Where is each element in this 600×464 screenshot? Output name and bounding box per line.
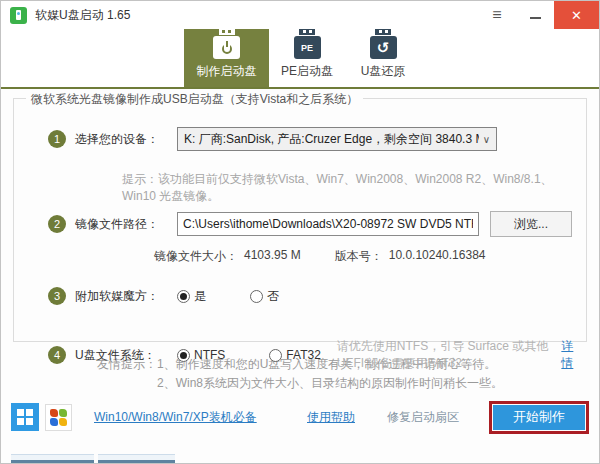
- image-size-value: 4103.95 M: [244, 248, 301, 265]
- step1-label: 选择您的设备：: [75, 131, 177, 148]
- tip-line-2: 2、Win8系统因为文件大小、目录结构的原因制作时间稍长一些。: [157, 374, 599, 393]
- tab-make-boot-disk[interactable]: 制作启动盘: [184, 29, 269, 87]
- filesystem-note: 请优先使用NTFS，引导 Surface 或其他 UEFI 设备需要用FAT32…: [337, 338, 552, 372]
- background-window-stub: [98, 454, 175, 463]
- step3-row: 3 附加软媒魔方： 是 否: [48, 287, 576, 305]
- version-value: 10.0.10240.16384: [389, 248, 486, 265]
- tab-label: 制作启动盘: [197, 63, 257, 80]
- form-legend: 微软系统光盘镜像制作成USB启动盘（支持Vista和之后系统）: [26, 91, 363, 108]
- background-window-stub: [11, 454, 94, 463]
- step4-row: 4 U盘文件系统： NTFS FAT32 请优先使用NTFS，引导 Surfac…: [48, 338, 576, 372]
- essentials-link[interactable]: Win10/Win8/Win7/XP装机必备: [94, 409, 257, 426]
- version-label: 版本号：: [335, 248, 383, 265]
- pe-badge: PE: [301, 43, 313, 53]
- tab-label: PE启动盘: [281, 63, 333, 80]
- tab-strip: 制作启动盘 PE PE启动盘 ↺ U盘还原: [1, 29, 599, 89]
- close-button[interactable]: ✕: [554, 1, 599, 29]
- tab-label: U盘还原: [361, 63, 406, 80]
- app-logo-icon: [10, 7, 27, 24]
- restore-arrow-icon: ↺: [377, 40, 390, 55]
- image-size-label: 镜像文件大小：: [154, 248, 238, 265]
- step4-number-badge: 4: [48, 346, 66, 364]
- attach-mofang-no-radio[interactable]: 否: [250, 288, 279, 305]
- repair-boot-sector-link[interactable]: 修复启动扇区: [387, 409, 459, 426]
- usb-power-icon: [213, 27, 240, 59]
- tab-usb-restore[interactable]: ↺ U盘还原: [345, 29, 421, 87]
- step4-label: U盘文件系统：: [75, 347, 177, 364]
- radio-label: NTFS: [194, 348, 225, 362]
- minimize-button[interactable]: [516, 1, 554, 29]
- radio-checked-icon: [177, 349, 190, 362]
- step1-row: 1 选择您的设备： K: 厂商:SanDisk, 产品:Cruzer Edge，…: [48, 127, 576, 151]
- image-path-input[interactable]: [177, 212, 479, 236]
- filesystem-fat32-radio[interactable]: FAT32: [269, 348, 320, 362]
- power-icon: [222, 44, 232, 54]
- radio-unchecked-icon: [269, 349, 282, 362]
- filesystem-ntfs-radio[interactable]: NTFS: [177, 348, 225, 362]
- title-bar: 软媒U盘启动 1.65 ≡ ✕: [1, 1, 599, 29]
- app-window: 软媒U盘启动 1.65 ≡ ✕ 制作启动盘 PE PE启动盘 ↺: [0, 0, 600, 464]
- details-link[interactable]: 详情: [561, 338, 576, 372]
- attach-mofang-yes-radio[interactable]: 是: [177, 288, 206, 305]
- radio-label: 是: [194, 288, 206, 305]
- window-controls: ≡ ✕: [478, 1, 599, 29]
- window-title: 软媒U盘启动 1.65: [35, 7, 130, 24]
- start-create-button[interactable]: 开始制作: [493, 405, 585, 430]
- step2-label: 镜像文件路径：: [75, 216, 177, 233]
- step3-number-badge: 3: [48, 287, 66, 305]
- usb-restore-icon: ↺: [370, 27, 397, 59]
- main-form-group: 微软系统光盘镜像制作成USB启动盘（支持Vista和之后系统） 1 选择您的设备…: [13, 98, 587, 342]
- radio-unchecked-icon: [250, 290, 263, 303]
- help-link[interactable]: 使用帮助: [307, 409, 355, 426]
- step2-number-badge: 2: [48, 215, 66, 233]
- start-button-highlight-annotation: 开始制作: [489, 401, 589, 434]
- image-info-row: 镜像文件大小： 4103.95 M 版本号： 10.0.10240.16384: [154, 248, 576, 265]
- windows-xp-logo-icon[interactable]: [45, 404, 72, 431]
- browse-button[interactable]: 浏览...: [490, 211, 572, 237]
- radio-label: FAT32: [286, 348, 320, 362]
- usb-pe-icon: PE: [294, 27, 321, 59]
- windows8-logo-icon[interactable]: [11, 403, 39, 431]
- step3-label: 附加软媒魔方：: [75, 288, 177, 305]
- radio-checked-icon: [177, 290, 190, 303]
- chevron-down-icon: ∨: [483, 134, 490, 145]
- tab-pe-boot-disk[interactable]: PE PE启动盘: [269, 29, 345, 87]
- footer-bar: Win10/Win8/Win7/XP装机必备 使用帮助 修复启动扇区 开始制作: [1, 398, 599, 436]
- step1-number-badge: 1: [48, 130, 66, 148]
- device-select-value: K: 厂商:SanDisk, 产品:Cruzer Edge，剩余空间 3840.…: [184, 131, 479, 148]
- menu-icon[interactable]: ≡: [478, 1, 516, 29]
- radio-label: 否: [267, 288, 279, 305]
- step2-row: 2 镜像文件路径： 浏览...: [48, 211, 576, 237]
- supported-systems-hint: 提示：该功能目前仅支持微软Vista、Win7、Win2008、Win2008 …: [122, 171, 576, 205]
- device-select[interactable]: K: 厂商:SanDisk, 产品:Cruzer Edge，剩余空间 3840.…: [177, 127, 497, 151]
